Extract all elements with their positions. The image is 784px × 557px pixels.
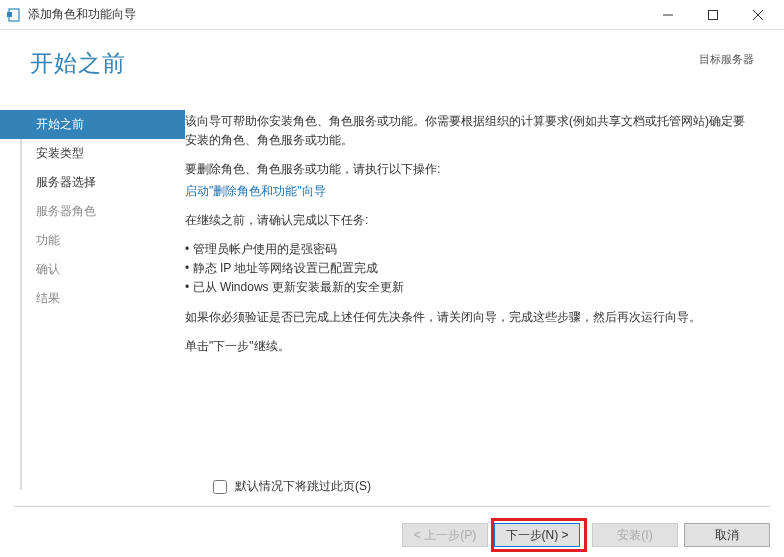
nav-server-roles: 服务器角色 <box>0 197 185 226</box>
pre-tasks-label: 在继续之前，请确认完成以下任务: <box>185 211 754 230</box>
page-title: 开始之前 <box>30 48 126 79</box>
nav-label: 开始之前 <box>36 117 84 131</box>
nav-confirmation: 确认 <box>0 255 185 284</box>
nav-installation-type[interactable]: 安装类型 <box>0 139 185 168</box>
window-controls <box>645 1 780 29</box>
wizard-body: 开始之前 安装类型 服务器选择 服务器角色 功能 确认 结果 该向导可帮助你安装… <box>0 100 784 500</box>
footer-divider <box>14 506 770 507</box>
skip-page-checkbox[interactable] <box>213 480 227 494</box>
svg-line-5 <box>753 10 763 20</box>
close-button[interactable] <box>735 1 780 29</box>
task-item: 静态 IP 地址等网络设置已配置完成 <box>185 259 754 278</box>
minimize-button[interactable] <box>645 1 690 29</box>
install-button: 安装(I) <box>592 523 678 547</box>
nav-label: 结果 <box>36 291 60 305</box>
wizard-footer: < 上一步(P) 下一步(N) > 安装(I) 取消 <box>402 523 770 547</box>
nav-label: 功能 <box>36 233 60 247</box>
nav-server-selection[interactable]: 服务器选择 <box>0 168 185 197</box>
task-item: 管理员帐户使用的是强密码 <box>185 240 754 259</box>
wizard-sidebar: 开始之前 安装类型 服务器选择 服务器角色 功能 确认 结果 <box>0 100 185 500</box>
svg-rect-3 <box>708 10 717 19</box>
continue-note: 单击"下一步"继续。 <box>185 337 754 356</box>
nav-label: 服务器角色 <box>36 204 96 218</box>
verify-note: 如果你必须验证是否已完成上述任何先决条件，请关闭向导，完成这些步骤，然后再次运行… <box>185 308 754 327</box>
svg-line-4 <box>753 10 763 20</box>
previous-button: < 上一步(P) <box>402 523 488 547</box>
skip-page-label: 默认情况下将跳过此页(S) <box>235 478 371 495</box>
nav-label: 服务器选择 <box>36 175 96 189</box>
intro-text: 该向导可帮助你安装角色、角色服务或功能。你需要根据组织的计算要求(例如共享文档或… <box>185 112 754 150</box>
nav-before-you-begin[interactable]: 开始之前 <box>0 110 185 139</box>
app-icon <box>6 7 22 23</box>
wizard-header: 开始之前 目标服务器 <box>0 30 784 100</box>
nav-features: 功能 <box>0 226 185 255</box>
nav-label: 安装类型 <box>36 146 84 160</box>
task-item: 已从 Windows 更新安装最新的安全更新 <box>185 278 754 297</box>
skip-page-row[interactable]: 默认情况下将跳过此页(S) <box>213 478 371 495</box>
next-button[interactable]: 下一步(N) > <box>494 523 580 547</box>
task-list: 管理员帐户使用的是强密码 静态 IP 地址等网络设置已配置完成 已从 Windo… <box>185 240 754 298</box>
remove-roles-link[interactable]: 启动"删除角色和功能"向导 <box>185 184 326 198</box>
target-server-label: 目标服务器 <box>699 48 754 67</box>
titlebar: 添加角色和功能向导 <box>0 0 784 30</box>
window-title: 添加角色和功能向导 <box>28 6 645 23</box>
cancel-button[interactable]: 取消 <box>684 523 770 547</box>
nav-results: 结果 <box>0 284 185 313</box>
remove-roles-label: 要删除角色、角色服务或功能，请执行以下操作: <box>185 160 754 179</box>
maximize-button[interactable] <box>690 1 735 29</box>
svg-rect-1 <box>7 12 12 17</box>
wizard-content: 该向导可帮助你安装角色、角色服务或功能。你需要根据组织的计算要求(例如共享文档或… <box>185 100 784 500</box>
nav-label: 确认 <box>36 262 60 276</box>
